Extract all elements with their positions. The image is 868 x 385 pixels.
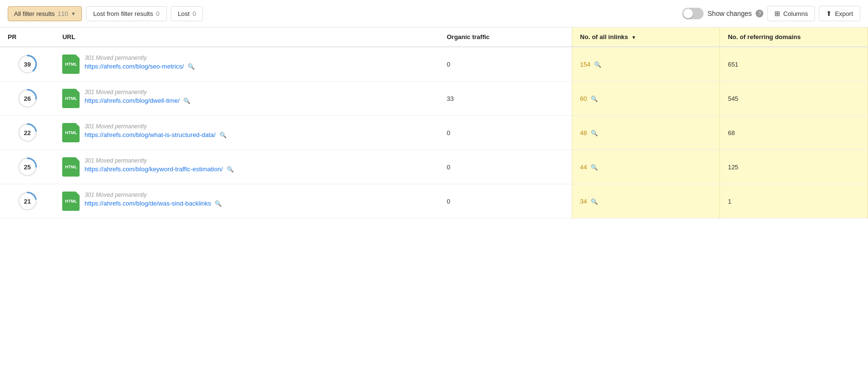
referring-domains-cell: 68	[720, 116, 868, 150]
columns-label: Columns	[783, 10, 808, 17]
inlinks-value: 154	[580, 61, 591, 68]
referring-domains-value: 125	[728, 164, 738, 171]
th-inlinks-label: No. of all inlinks	[580, 33, 628, 41]
url-link[interactable]: https://ahrefs.com/blog/seo-metrics/	[84, 63, 184, 70]
referring-domains-cell: 545	[720, 82, 868, 116]
table-header-row: PR URL Organic traffic No. of all inlink…	[0, 28, 868, 47]
lost-filter-label: Lost from filter results	[93, 10, 153, 17]
show-changes-area: Show changes ?	[682, 8, 763, 19]
all-filter-label: All filter results	[14, 10, 55, 17]
export-icon: ⬆	[826, 10, 832, 17]
th-referring-domains: No. of referring domains	[720, 28, 868, 47]
sort-desc-icon: ▼	[631, 35, 636, 40]
table-row: 22 HTML 301 Moved permanently https://ah…	[0, 116, 868, 150]
redirect-label: 301 Moved permanently	[84, 123, 226, 130]
organic-traffic-cell: 0	[439, 116, 572, 150]
th-pr-label: PR	[8, 33, 16, 41]
main-table: PR URL Organic traffic No. of all inlink…	[0, 28, 868, 219]
url-link[interactable]: https://ahrefs.com/blog/keyword-traffic-…	[84, 165, 223, 173]
pr-cell: 21	[0, 184, 54, 219]
lost-label: Lost	[178, 10, 190, 17]
chevron-down-icon: ▼	[71, 11, 76, 16]
lost-filter-count: 0	[156, 10, 159, 17]
table-row: 26 HTML 301 Moved permanently https://ah…	[0, 82, 868, 116]
columns-button[interactable]: ⊞ Columns	[767, 6, 815, 21]
search-icon[interactable]: 🔍	[219, 132, 227, 138]
th-inlinks[interactable]: No. of all inlinks ▼	[572, 28, 720, 47]
pr-value: 21	[24, 198, 30, 205]
redirect-label: 301 Moved permanently	[84, 89, 190, 96]
pr-cell: 22	[0, 116, 54, 150]
th-referring-domains-label: No. of referring domains	[728, 33, 800, 41]
html-file-icon: HTML	[62, 192, 80, 211]
search-icon[interactable]: 🔍	[227, 166, 234, 173]
url-cell: HTML 301 Moved permanently https://ahref…	[54, 47, 439, 82]
redirect-label: 301 Moved permanently	[84, 55, 195, 61]
table-row: 21 HTML 301 Moved permanently https://ah…	[0, 184, 868, 219]
referring-domains-value: 545	[728, 95, 738, 102]
url-cell: HTML 301 Moved permanently https://ahref…	[54, 116, 439, 150]
inlinks-value: 44	[580, 164, 587, 171]
organic-traffic-cell: 33	[439, 82, 572, 116]
redirect-label: 301 Moved permanently	[84, 192, 222, 198]
url-link[interactable]: https://ahrefs.com/blog/dwell-time/	[84, 97, 179, 104]
search-icon[interactable]: 🔍	[183, 97, 190, 104]
all-filter-button[interactable]: All filter results 110 ▼	[8, 6, 82, 21]
search-icon[interactable]: 🔍	[591, 198, 598, 205]
help-icon[interactable]: ?	[756, 10, 763, 17]
pr-value: 25	[24, 164, 30, 171]
organic-traffic-value: 33	[447, 95, 453, 102]
inlinks-cell: 34 🔍	[572, 184, 720, 219]
organic-traffic-cell: 0	[439, 47, 572, 82]
url-link[interactable]: https://ahrefs.com/blog/de/was-sind-back…	[84, 200, 211, 207]
redirect-label: 301 Moved permanently	[84, 157, 233, 164]
export-button[interactable]: ⬆ Export	[819, 6, 860, 21]
url-link[interactable]: https://ahrefs.com/blog/what-is-structur…	[84, 131, 216, 138]
all-filter-count: 110	[58, 10, 68, 17]
th-organic-traffic-label: Organic traffic	[447, 33, 489, 41]
show-changes-toggle[interactable]	[682, 8, 704, 19]
inlinks-cell: 154 🔍	[572, 47, 720, 82]
th-pr: PR	[0, 28, 54, 47]
pr-value: 39	[24, 61, 30, 68]
inlinks-cell: 48 🔍	[572, 116, 720, 150]
lost-filter-button[interactable]: Lost from filter results 0	[86, 6, 167, 21]
url-cell: HTML 301 Moved permanently https://ahref…	[54, 184, 439, 219]
pr-circle: 39	[17, 54, 38, 74]
url-info: 301 Moved permanently https://ahrefs.com…	[84, 55, 195, 70]
organic-traffic-value: 0	[447, 61, 450, 68]
organic-traffic-value: 0	[447, 129, 450, 137]
search-icon[interactable]: 🔍	[591, 130, 598, 137]
show-changes-label: Show changes	[707, 10, 752, 17]
organic-traffic-value: 0	[447, 164, 450, 171]
url-cell: HTML 301 Moved permanently https://ahref…	[54, 82, 439, 116]
export-label: Export	[835, 10, 853, 17]
referring-domains-cell: 651	[720, 47, 868, 82]
inlinks-cell: 60 🔍	[572, 82, 720, 116]
inlinks-value: 34	[580, 198, 587, 205]
pr-cell: 26	[0, 82, 54, 116]
search-icon[interactable]: 🔍	[591, 164, 598, 171]
referring-domains-value: 651	[728, 61, 738, 68]
search-icon[interactable]: 🔍	[591, 96, 598, 102]
html-file-icon: HTML	[62, 157, 80, 177]
pr-value: 26	[24, 95, 30, 102]
url-info: 301 Moved permanently https://ahrefs.com…	[84, 192, 222, 207]
search-icon[interactable]: 🔍	[594, 61, 601, 68]
referring-domains-cell: 125	[720, 150, 868, 184]
lost-button[interactable]: Lost 0	[171, 6, 203, 21]
search-icon[interactable]: 🔍	[188, 63, 195, 70]
search-icon[interactable]: 🔍	[215, 200, 222, 207]
url-cell: HTML 301 Moved permanently https://ahref…	[54, 150, 439, 184]
url-info: 301 Moved permanently https://ahrefs.com…	[84, 157, 233, 173]
referring-domains-value: 1	[728, 198, 731, 205]
table-wrap: PR URL Organic traffic No. of all inlink…	[0, 28, 868, 219]
columns-icon: ⊞	[774, 10, 780, 17]
pr-cell: 25	[0, 150, 54, 184]
pr-circle: 26	[17, 88, 38, 109]
inlinks-value: 48	[580, 129, 587, 137]
toolbar: All filter results 110 ▼ Lost from filte…	[0, 0, 868, 28]
inlinks-cell: 44 🔍	[572, 150, 720, 184]
pr-circle: 25	[17, 157, 38, 177]
pr-circle: 22	[17, 123, 38, 143]
